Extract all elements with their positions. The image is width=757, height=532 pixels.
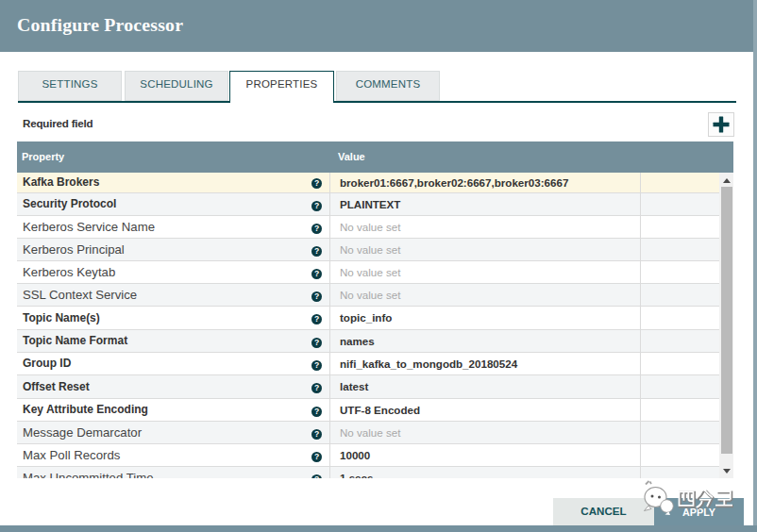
svg-text:?: ? [314,178,319,188]
svg-text:?: ? [314,360,319,370]
svg-text:?: ? [314,474,319,478]
svg-text:?: ? [314,224,319,233]
svg-text:?: ? [314,291,319,301]
svg-text:?: ? [314,269,319,278]
svg-text:?: ? [314,383,319,392]
svg-text:?: ? [314,314,319,324]
svg-text:?: ? [314,452,319,461]
svg-text:?: ? [314,246,319,256]
svg-text:?: ? [314,407,319,416]
svg-text:?: ? [314,201,319,210]
svg-text:?: ? [314,338,319,347]
svg-text:?: ? [314,429,319,439]
